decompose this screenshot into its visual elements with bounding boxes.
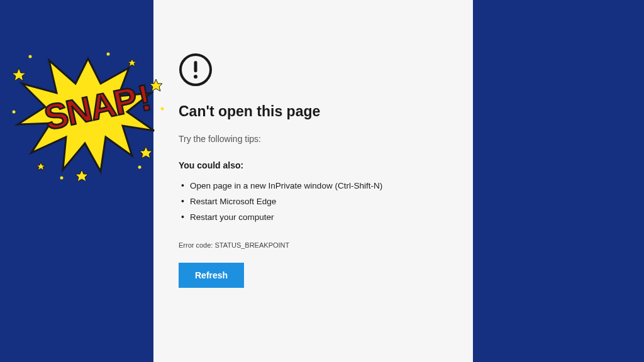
svg-point-4	[94, 111, 97, 113]
tips-list: Open page in a new InPrivate window (Ctr…	[179, 178, 448, 225]
svg-point-3	[87, 114, 89, 116]
svg-point-22	[29, 55, 32, 58]
svg-point-25	[60, 177, 64, 180]
svg-marker-20	[36, 162, 45, 170]
svg-rect-1	[194, 61, 197, 72]
list-item: Restart your computer	[179, 209, 448, 225]
svg-point-9	[65, 118, 67, 121]
svg-point-12	[93, 123, 96, 126]
snap-graphic: SNAP !	[6, 49, 170, 181]
svg-point-2	[194, 75, 197, 79]
list-item: Restart Microsoft Edge	[179, 194, 448, 209]
svg-text:SNAP: SNAP	[41, 79, 140, 137]
error-panel: Can't open this page Try the following t…	[153, 0, 473, 362]
list-item: Open page in a new InPrivate window (Ctr…	[179, 178, 448, 194]
svg-marker-16	[12, 68, 26, 81]
svg-marker-18	[140, 146, 152, 158]
svg-point-10	[115, 120, 118, 123]
svg-point-11	[86, 104, 88, 107]
svg-point-26	[138, 166, 142, 169]
svg-marker-19	[75, 170, 88, 181]
svg-point-24	[13, 111, 16, 114]
refresh-button[interactable]: Refresh	[179, 263, 244, 288]
svg-point-27	[107, 53, 110, 56]
error-subtitle: Try the following tips:	[179, 134, 448, 144]
svg-marker-13	[18, 58, 154, 172]
svg-text:!: !	[134, 76, 154, 119]
svg-point-6	[103, 116, 105, 118]
svg-point-5	[79, 117, 82, 119]
warning-icon	[179, 53, 448, 89]
error-code: Error code: STATUS_BREAKPOINT	[179, 241, 448, 249]
secondary-title: You could also:	[179, 160, 448, 170]
error-title: Can't open this page	[179, 103, 448, 120]
svg-point-8	[109, 107, 111, 110]
svg-point-7	[72, 109, 74, 112]
svg-marker-21	[128, 58, 136, 67]
